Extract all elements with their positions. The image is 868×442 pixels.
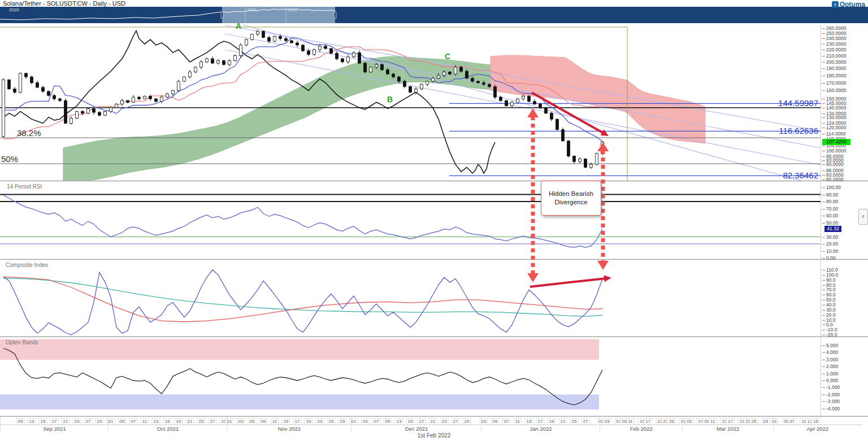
arrowhead-up-icon — [597, 142, 609, 151]
composite-fast-line — [3, 277, 602, 322]
price-pane — [0, 25, 821, 186]
optuma-chart-window: Solana/Tether - SOLUSDT:CW - Daily - USD… — [0, 0, 868, 442]
ichimoku-cloud — [63, 56, 491, 183]
arrowhead-down-icon — [597, 261, 609, 270]
timeline-navigator[interactable] — [0, 7, 868, 23]
navigator-background — [0, 7, 868, 23]
panel-collapse-button[interactable]: ‹ — [858, 209, 868, 225]
composite-main-line — [3, 270, 602, 335]
nav-selection-handle[interactable] — [334, 12, 336, 18]
trend-line — [225, 25, 821, 131]
optex-lower-band — [0, 395, 599, 410]
chart-canvas[interactable] — [0, 0, 868, 442]
nav-selection-handle[interactable] — [221, 12, 223, 18]
optex-upper-band — [0, 339, 599, 360]
rsi-pane — [0, 195, 821, 248]
composite-pane — [3, 270, 602, 335]
arrowhead-icon — [604, 275, 611, 282]
rsi-line — [3, 195, 602, 248]
arrowhead-down-icon — [527, 273, 539, 282]
optex-pane — [0, 339, 602, 410]
solid-trend-arrow — [530, 278, 608, 287]
